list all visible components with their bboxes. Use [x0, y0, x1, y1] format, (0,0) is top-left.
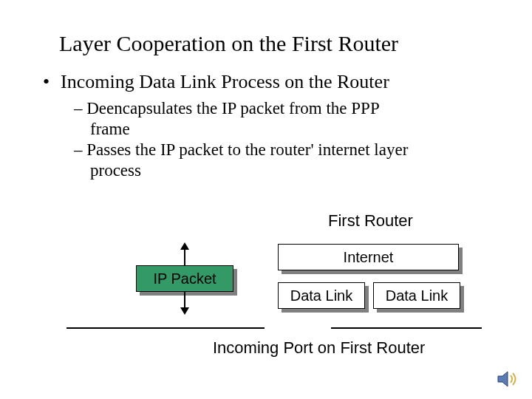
first-router-label: First Router	[328, 211, 413, 231]
datalink-right-text: Data Link	[373, 287, 460, 304]
sub-bullet-1-line-b: frame	[90, 120, 130, 138]
bullet-marker: •	[43, 71, 61, 93]
sub-bullet-2-line-b: process	[90, 161, 141, 180]
sub-bullet-1-cont: frame	[90, 120, 130, 139]
sub-bullet-2: – Passes the IP packet to the router' in…	[74, 140, 408, 160]
bullet-main: •Incoming Data Link Process on the Route…	[43, 71, 389, 93]
sub-bullet-2-cont: process	[90, 161, 141, 180]
bullet-main-text: Incoming Data Link Process on the Router	[61, 71, 389, 92]
datalink-left-text: Data Link	[278, 287, 365, 304]
sub-bullet-1-marker: –	[74, 99, 83, 118]
sub-bullet-1: – Deencapsulates the IP packet from the …	[74, 99, 380, 118]
speaker-icon	[497, 369, 519, 389]
arrow-down-line	[184, 292, 185, 309]
internet-box-text: Internet	[278, 249, 459, 266]
ip-packet-text: IP Packet	[136, 270, 233, 287]
sub-bullet-1-line-a: Deencapsulates the IP packet from the PP…	[86, 99, 379, 117]
sub-bullet-2-line-a: Passes the IP packet to the router' inte…	[86, 140, 408, 159]
slide-title: Layer Cooperation on the First Router	[59, 31, 398, 56]
arrow-down-head	[180, 307, 189, 315]
base-line-right	[331, 327, 482, 329]
incoming-port-label: Incoming Port on First Router	[213, 338, 425, 358]
svg-marker-0	[498, 372, 508, 386]
arrow-up-line	[184, 248, 185, 265]
sub-bullet-2-marker: –	[74, 140, 83, 160]
base-line-left	[66, 327, 265, 329]
